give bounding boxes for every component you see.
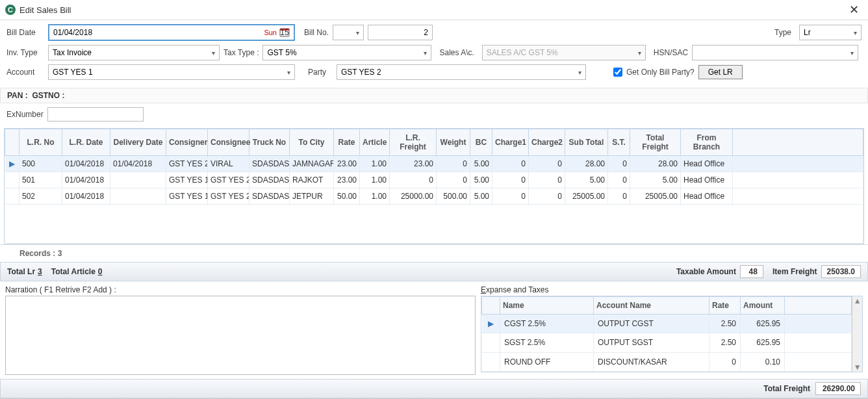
tax-row[interactable]: ROUND OFFDISCOUNT/KASAR00.10 <box>482 352 852 371</box>
col-consignee[interactable]: Consignee <box>208 129 249 156</box>
tax-type-label: Tax Type : <box>223 48 259 57</box>
row-indicator-header <box>5 129 19 156</box>
total-article-value: 0 <box>98 267 103 276</box>
col-deldate[interactable]: Delivery Date <box>110 129 166 156</box>
get-only-bill-party-label: Get Only Bill Party? <box>626 68 695 77</box>
col-truck[interactable]: Truck No <box>249 129 290 156</box>
col-bc[interactable]: BC <box>470 129 492 156</box>
tax-col-account[interactable]: Account Name <box>594 297 709 315</box>
col-totfreight[interactable]: Total Freight <box>630 129 681 156</box>
calendar-icon[interactable]: 15 <box>279 27 290 38</box>
exnumber-label: ExNumber <box>6 110 44 119</box>
table-row[interactable]: ▶ 50001/04/201801/04/2018GST YES 2VIRAL … <box>5 156 863 172</box>
inv-type-label: Inv. Type <box>6 48 44 57</box>
svg-text:15: 15 <box>280 28 289 37</box>
narration-label: Narration ( F1 Retrive F2 Add ) : <box>5 284 476 296</box>
tax-row[interactable]: ▶CGST 2.5%OUTPUT CGST2.50625.95 <box>482 315 852 333</box>
app-logo-icon: C <box>5 5 16 15</box>
col-consigner[interactable]: Consigner <box>166 129 208 156</box>
sales-ac-select: SALES A/C GST 5% <box>482 45 646 60</box>
type-select[interactable] <box>799 25 862 40</box>
type-label: Type <box>774 28 791 37</box>
col-st[interactable]: S.T. <box>608 129 630 156</box>
party-label: Party <box>308 68 326 77</box>
taxable-amount-value: 48 <box>740 265 763 278</box>
item-freight-value: 25038.0 <box>821 265 861 278</box>
bill-date-label: Bill Date <box>6 28 44 37</box>
bill-date-day: Sun <box>264 29 277 36</box>
expense-grid[interactable]: Name Account Name Rate Amount ▶CGST 2.5%… <box>481 296 863 372</box>
col-lrfreight[interactable]: L.R. Freight <box>390 129 437 156</box>
exnumber-field[interactable] <box>47 107 144 122</box>
col-subtotal[interactable]: Sub Total <box>565 129 608 156</box>
total-freight-bar: Total Freight 26290.00 <box>0 379 868 398</box>
tax-row[interactable]: SGST 2.5%OUTPUT SGST2.50625.95 <box>482 333 852 352</box>
account-select[interactable] <box>48 64 295 80</box>
col-tocity[interactable]: To City <box>290 129 334 156</box>
table-row[interactable]: 50201/04/2018GST YES 1GST YES 2 SDASDASJ… <box>5 188 863 205</box>
account-label: Account <box>6 68 44 77</box>
total-freight-value: 26290.00 <box>815 382 861 395</box>
get-lr-button[interactable]: Get LR <box>698 65 743 79</box>
bill-date-input[interactable] <box>53 28 264 37</box>
col-c2[interactable]: Charge2 <box>529 129 565 156</box>
col-article[interactable]: Article <box>360 129 390 156</box>
col-c1[interactable]: Charge1 <box>492 129 529 156</box>
col-weight[interactable]: Weight <box>437 129 470 156</box>
expense-scrollbar[interactable]: ▲▼ <box>852 296 862 372</box>
window-title: Edit Sales Bill <box>19 5 845 15</box>
pan-gstno-bar: PAN : GSTNO : <box>0 88 868 103</box>
tax-col-rate[interactable]: Rate <box>709 297 741 315</box>
tax-col-name[interactable]: Name <box>500 297 594 315</box>
tax-type-select[interactable] <box>262 45 431 60</box>
col-lrdate[interactable]: L.R. Date <box>62 129 110 156</box>
lr-grid[interactable]: L.R. No L.R. Date Delivery Date Consigne… <box>4 128 864 244</box>
narration-textarea[interactable] <box>5 296 476 375</box>
hsn-select[interactable] <box>692 45 858 60</box>
bill-date-field[interactable]: Sun 15 <box>48 24 295 41</box>
col-branch[interactable]: From Branch <box>681 129 733 156</box>
close-icon[interactable]: ✕ <box>845 3 863 17</box>
expense-heading: Expanse and Taxes <box>481 284 863 296</box>
inv-type-select[interactable] <box>48 45 220 60</box>
bill-no-field[interactable] <box>368 25 433 40</box>
col-lrno[interactable]: L.R. No <box>19 129 62 156</box>
party-select[interactable] <box>337 64 586 80</box>
total-lr-value: 3 <box>38 267 42 276</box>
sales-ac-label: Sales A\c. <box>439 48 474 57</box>
hsn-label: HSN/SAC <box>654 48 688 57</box>
get-only-bill-party-checkbox[interactable] <box>613 68 622 77</box>
records-count: Records : 3 <box>0 244 868 262</box>
col-rate[interactable]: Rate <box>334 129 360 156</box>
bill-no-prefix-select[interactable] <box>333 25 364 40</box>
bill-no-label: Bill No. <box>304 28 329 37</box>
table-row[interactable]: 50101/04/2018GST YES 1GST YES 2 SDASDASR… <box>5 172 863 188</box>
tax-col-amount[interactable]: Amount <box>741 297 785 315</box>
totals-bar: Total Lr 3 Total Article 0 Taxable Amoun… <box>0 262 868 281</box>
